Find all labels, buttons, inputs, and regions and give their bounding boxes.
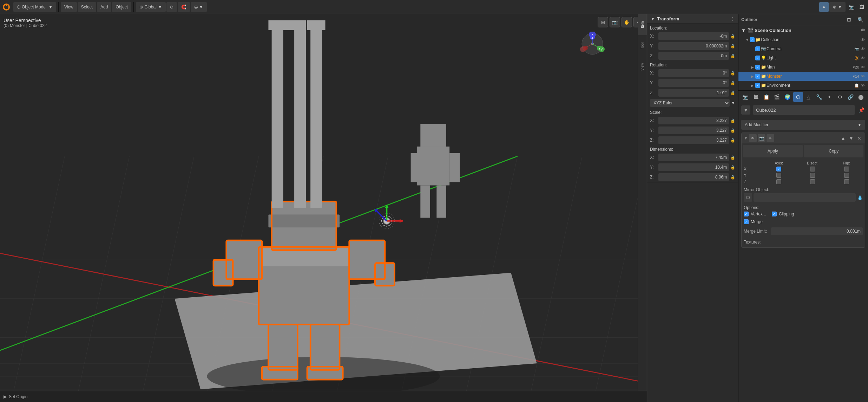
pin-btn[interactable]: 📌 <box>857 105 866 115</box>
loc-y-input[interactable] <box>658 42 729 50</box>
scale-z-input[interactable] <box>658 136 729 144</box>
camera-item[interactable]: 📷 Camera 📷 👁 <box>738 44 868 53</box>
flip-x-checkbox[interactable] <box>844 167 849 171</box>
add-menu[interactable]: Add <box>97 2 111 12</box>
mode-dropdown[interactable]: ⬡ Object Mode ▼ <box>13 2 56 12</box>
view-grid-btn[interactable]: ⊞ <box>598 17 608 27</box>
mod-close-btn[interactable]: ✕ <box>856 135 863 142</box>
scale-y-input[interactable] <box>658 127 729 134</box>
prop-view-layer-icon[interactable]: 📋 <box>762 92 771 102</box>
flip-y-checkbox[interactable] <box>844 173 849 178</box>
scale-x-lock[interactable]: 🔒 <box>730 118 735 123</box>
prop-particles-icon[interactable]: ✦ <box>824 92 834 102</box>
rot-x-lock[interactable]: 🔒 <box>730 71 735 76</box>
flip-z-checkbox[interactable] <box>844 179 849 184</box>
camera-visibility[interactable]: 👁 <box>861 46 865 52</box>
mod-realtime-btn[interactable]: 👁 <box>749 134 757 142</box>
view-menu[interactable]: View <box>61 2 77 12</box>
viewport[interactable]: User Perspective (0) Monster | Cube.022 … <box>0 14 647 402</box>
outliner-filter-icon[interactable]: ⊞ <box>844 15 854 25</box>
monster-visibility[interactable]: 👁 <box>861 74 865 79</box>
proportional-editing[interactable]: ◎ ▼ <box>191 2 207 12</box>
monster-item[interactable]: ▶ 📁 Monster ▾14 👁 <box>738 72 868 81</box>
copy-btn[interactable]: Copy <box>804 145 864 157</box>
loc-x-input[interactable] <box>658 32 729 40</box>
man-visibility[interactable]: 👁 <box>861 65 865 70</box>
dim-y-input[interactable] <box>658 163 729 171</box>
object-name-input[interactable] <box>753 105 855 115</box>
collection-checkbox[interactable] <box>750 37 755 42</box>
bisect-x-checkbox[interactable] <box>810 167 815 171</box>
outliner-search-icon[interactable]: 🔍 <box>855 15 865 25</box>
merge-limit-input[interactable] <box>771 227 863 235</box>
dim-z-input[interactable] <box>658 173 729 181</box>
rot-y-lock[interactable]: 🔒 <box>730 81 735 85</box>
select-menu[interactable]: Select <box>78 2 96 12</box>
camera-checkbox[interactable] <box>755 46 760 51</box>
dim-y-lock[interactable]: 🔒 <box>730 165 735 170</box>
prop-mesh-icon[interactable]: △ <box>804 92 814 102</box>
loc-y-lock[interactable]: 🔒 <box>730 44 735 48</box>
man-checkbox[interactable] <box>755 65 760 70</box>
axis-x-checkbox[interactable] <box>776 167 781 171</box>
rot-y-input[interactable] <box>658 79 729 87</box>
prop-scene-icon[interactable]: 🎬 <box>772 92 782 102</box>
camera-icon-btn[interactable]: 📷 <box>846 2 856 12</box>
prop-output-icon[interactable]: 🖼 <box>751 92 761 102</box>
vtab-tool[interactable]: Tool <box>638 35 647 56</box>
rot-z-lock[interactable]: 🔒 <box>730 91 735 95</box>
merge-checkbox[interactable] <box>744 219 749 224</box>
rot-x-input[interactable] <box>658 69 729 77</box>
viewport-gizmo[interactable]: Z Y Z Y <box>580 32 605 56</box>
monster-checkbox[interactable] <box>755 74 760 79</box>
apply-btn[interactable]: Apply <box>743 145 803 157</box>
prop-world-icon[interactable]: 🌍 <box>783 92 793 102</box>
env-visibility[interactable]: 👁 <box>861 83 865 88</box>
collection-visibility[interactable]: 👁 <box>861 37 865 43</box>
scene-visibility-icon[interactable]: 👁 <box>861 28 865 33</box>
pivot-point[interactable]: ⊙ <box>166 2 177 12</box>
vtab-item[interactable]: Item <box>638 14 647 35</box>
scale-x-input[interactable] <box>658 117 729 124</box>
collection-item[interactable]: ▼ 📁 Collection 👁 <box>738 35 868 44</box>
viewport-overlays[interactable]: ⊚ ▼ <box>829 2 846 12</box>
mod-render-btn[interactable]: 📷 <box>758 134 765 142</box>
mirror-object-picker[interactable]: 💧 <box>857 195 863 200</box>
loc-z-input[interactable] <box>658 52 729 60</box>
mod-edit-btn[interactable]: ✏ <box>767 134 774 142</box>
scale-z-lock[interactable]: 🔒 <box>730 138 735 143</box>
dim-x-input[interactable] <box>658 154 729 161</box>
prop-render-icon[interactable]: 📷 <box>741 92 750 102</box>
mirror-object-input[interactable] <box>754 193 856 202</box>
euler-mode-select[interactable]: XYZ Euler <box>650 99 730 107</box>
transform-orientation[interactable]: ⊕ Global ▼ <box>136 2 166 12</box>
prop-constraints-icon[interactable]: 🔗 <box>846 92 855 102</box>
env-checkbox[interactable] <box>755 83 760 88</box>
prop-modifier-icon[interactable]: 🔧 <box>814 92 824 102</box>
dim-x-lock[interactable]: 🔒 <box>730 155 735 160</box>
mod-down-btn[interactable]: ▼ <box>848 135 855 142</box>
loc-x-lock[interactable]: 🔒 <box>730 34 735 39</box>
render-icon-btn[interactable]: 🖼 <box>857 2 867 12</box>
clipping-checkbox[interactable] <box>772 212 777 216</box>
add-modifier-btn[interactable]: Add Modifier ▼ <box>741 120 865 130</box>
hand-tool-btn[interactable]: ✋ <box>622 17 632 27</box>
transform-panel-header[interactable]: ▼ Transform ⋮ <box>647 14 738 24</box>
loc-z-lock[interactable]: 🔒 <box>730 54 735 58</box>
props-selector-btn[interactable]: ▼ <box>741 105 750 115</box>
prop-material-icon[interactable]: ⬤ <box>856 92 866 102</box>
scale-y-lock[interactable]: 🔒 <box>730 128 735 133</box>
prop-physics-icon[interactable]: ⚙ <box>835 92 845 102</box>
rot-z-input[interactable] <box>658 89 729 97</box>
dim-z-lock[interactable]: 🔒 <box>730 175 735 180</box>
man-item[interactable]: ▶ 📁 Man ▾20 👁 <box>738 63 868 72</box>
vertex-checkbox[interactable] <box>744 212 749 216</box>
bisect-z-checkbox[interactable] <box>810 179 815 184</box>
snap-btn[interactable]: 🧲 <box>178 2 190 12</box>
mod-up-btn[interactable]: ▲ <box>840 135 847 142</box>
light-item[interactable]: 💡 Light 🔆 👁 <box>738 53 868 63</box>
bisect-y-checkbox[interactable] <box>810 173 815 178</box>
light-visibility[interactable]: 👁 <box>861 56 865 61</box>
axis-y-checkbox[interactable] <box>776 173 781 178</box>
object-menu[interactable]: Object <box>112 2 131 12</box>
